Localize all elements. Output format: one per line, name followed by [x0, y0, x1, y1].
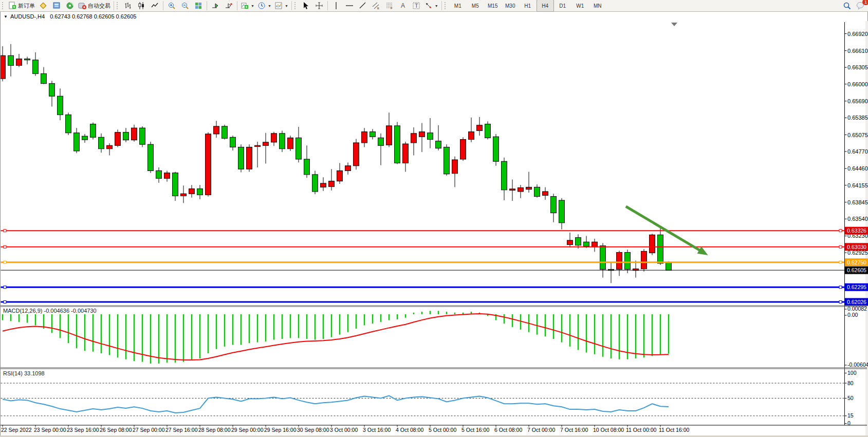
macd-histogram-bar — [290, 314, 291, 338]
fibonacci-tool-button[interactable]: F — [383, 0, 396, 11]
candle — [280, 134, 285, 149]
timeframe-m5[interactable]: M5 — [467, 0, 484, 12]
bar-chart-button[interactable] — [121, 0, 135, 11]
crosshair-tool-button[interactable] — [312, 0, 326, 11]
timeframe-d1[interactable]: D1 — [554, 0, 571, 12]
candle — [378, 138, 384, 145]
macd-histogram-bar — [512, 314, 513, 327]
new-order-button[interactable]: 新订单 — [7, 0, 36, 11]
channel-tool-button[interactable]: E — [370, 0, 383, 11]
macd-histogram-bar — [257, 314, 258, 343]
timeframe-m1[interactable]: M1 — [449, 0, 467, 12]
line-handle[interactable] — [4, 245, 6, 248]
macd-histogram-bar — [520, 314, 522, 330]
tile-windows-button[interactable] — [192, 0, 205, 11]
candle — [189, 189, 195, 194]
gold-diamond-icon — [39, 2, 47, 10]
chat-button[interactable]: 1 — [854, 0, 867, 11]
chart-shift-button[interactable] — [222, 0, 235, 11]
macd-axis-label: 0.00082 — [847, 306, 867, 312]
candle — [321, 183, 326, 187]
time-axis-label: 11 Oct 16:00 — [659, 427, 690, 433]
cursor-tool-button[interactable] — [299, 0, 312, 11]
macd-histogram-bar — [60, 314, 61, 338]
text-label-tool-button[interactable]: T — [410, 0, 423, 11]
candle — [312, 175, 318, 192]
autotrading-button[interactable]: 自动交易 — [77, 0, 112, 11]
price-axis-label: 0.65385 — [847, 115, 868, 121]
timeframe-m15[interactable]: M15 — [484, 0, 502, 12]
line-handle[interactable] — [839, 300, 842, 303]
candle — [403, 144, 409, 163]
macd-histogram-bar — [553, 314, 555, 339]
timeframe-m30[interactable]: M30 — [502, 0, 519, 12]
line-handle[interactable] — [4, 261, 6, 263]
time-axis-label: 23 Sep 00:00 — [34, 427, 66, 433]
chart-background[interactable] — [0, 21, 867, 435]
market-watch-button[interactable] — [50, 0, 63, 11]
price-axis-label: 0.66000 — [847, 81, 868, 87]
svg-text:A: A — [401, 2, 405, 9]
line-handle[interactable] — [839, 261, 842, 263]
candle — [181, 194, 187, 196]
candle — [526, 187, 532, 189]
timeframe-group: M1M5M15M30H1H4D1W1MN — [449, 0, 606, 12]
quotes-button[interactable] — [36, 0, 50, 11]
timeframe-h4[interactable]: H4 — [537, 0, 554, 12]
candle — [666, 262, 672, 270]
line-chart-button[interactable] — [148, 0, 161, 11]
line-handle[interactable] — [839, 245, 842, 248]
crosshair-icon — [315, 2, 323, 10]
zoom-out-button[interactable] — [178, 0, 192, 11]
templates-button[interactable]: ▼ — [273, 0, 290, 11]
signals-button[interactable] — [63, 0, 77, 11]
line-handle[interactable] — [839, 230, 842, 232]
auto-scroll-button[interactable] — [209, 0, 222, 11]
horizontal-line-tool-button[interactable] — [343, 0, 356, 11]
clock-icon — [257, 2, 266, 10]
arrows-tool-button[interactable]: ▼ — [423, 0, 440, 11]
toolbar-separator — [237, 1, 237, 10]
price-badge-label: 0.62295 — [847, 284, 866, 290]
vertical-line-tool-button[interactable] — [329, 0, 343, 11]
candle — [567, 240, 573, 245]
trendline-tool-button[interactable] — [356, 0, 370, 11]
chart-canvas[interactable]: 0.672250.669200.666100.663050.660000.656… — [0, 0, 868, 437]
zoom-in-button[interactable] — [165, 0, 178, 11]
macd-histogram-bar — [380, 314, 382, 322]
macd-histogram-bar — [282, 314, 283, 339]
macd-histogram-bar — [438, 311, 439, 314]
line-handle[interactable] — [4, 300, 6, 303]
candle — [493, 137, 499, 161]
price-badge-label: 0.63030 — [847, 244, 866, 250]
price-axis-label: 0.64770 — [847, 148, 868, 155]
chart-menu-icon[interactable]: ▼ — [4, 14, 8, 19]
line-handle[interactable] — [4, 286, 6, 289]
macd-histogram-bar — [372, 314, 374, 324]
timeframe-mn[interactable]: MN — [589, 0, 606, 12]
new-order-label: 新订单 — [18, 2, 35, 10]
search-button[interactable] — [840, 0, 854, 11]
text-label-icon: T — [412, 2, 420, 10]
chart-symbol-period: AUDUSD-,H4 — [10, 13, 45, 20]
macd-histogram-bar — [389, 314, 390, 320]
chart-titlebar: ▼ AUDUSD-,H4 0.62743 0.62768 0.62605 0.6… — [0, 11, 868, 21]
timeframe-h1[interactable]: H1 — [519, 0, 537, 12]
text-tool-button[interactable]: A — [396, 0, 410, 11]
macd-histogram-bar — [619, 314, 620, 359]
macd-histogram-bar — [652, 314, 653, 356]
candlestick-chart-button[interactable] — [135, 0, 148, 11]
macd-axis-label: -0.006044 — [847, 362, 868, 368]
line-handle[interactable] — [4, 230, 6, 232]
rsi-label: RSI(14) 33.1098 — [3, 370, 45, 376]
indicators-icon — [241, 2, 249, 10]
macd-histogram-bar — [298, 314, 300, 338]
templates-icon — [274, 2, 283, 10]
equidistant-channel-icon: E — [372, 2, 380, 10]
indicators-button[interactable]: ▼ — [239, 0, 256, 11]
timeframe-w1[interactable]: W1 — [571, 0, 589, 12]
line-handle[interactable] — [839, 286, 842, 289]
candle — [460, 140, 466, 159]
svg-text:T: T — [415, 3, 418, 9]
periods-button[interactable]: ▼ — [256, 0, 273, 11]
